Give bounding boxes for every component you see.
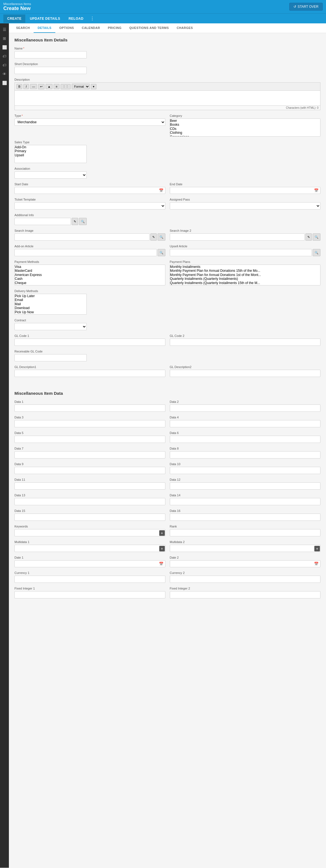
keywords-add-button[interactable]: +	[159, 530, 165, 536]
multidata2-add-button[interactable]: +	[314, 546, 320, 551]
data4-input[interactable]	[170, 420, 321, 427]
sidebar-icon-tag1[interactable]: 🏷	[0, 52, 9, 60]
update-details-button[interactable]: UPDATE DETAILS	[26, 14, 64, 23]
upsell-article-search-icon[interactable]: 🔍	[313, 249, 320, 256]
tab-calendar[interactable]: CALENDAR	[78, 23, 104, 33]
association-select[interactable]	[14, 172, 87, 179]
currency1-input[interactable]	[14, 576, 165, 583]
data4-label: Data 4	[170, 416, 321, 419]
date2-input[interactable]	[170, 561, 313, 567]
assigned-pass-select[interactable]	[170, 202, 321, 210]
data10-input[interactable]	[170, 467, 321, 474]
keywords-input[interactable]	[14, 529, 165, 536]
date1-calendar-icon[interactable]: 📅	[157, 561, 165, 567]
payment-methods-listbox[interactable]: Visa MasterCard American Express Cash Ch…	[14, 265, 165, 285]
sidebar-icon-grid[interactable]: ⊞	[0, 34, 9, 42]
gl-code2-input[interactable]	[170, 339, 321, 346]
end-date-calendar-icon[interactable]: 📅	[313, 187, 320, 194]
end-date-input[interactable]	[170, 187, 313, 194]
addon-article-input[interactable]	[14, 249, 157, 256]
data1-input[interactable]	[14, 404, 165, 412]
data11-input[interactable]	[14, 483, 165, 490]
additional-info-input[interactable]	[14, 218, 71, 225]
name-input[interactable]	[14, 51, 87, 58]
description-editor[interactable]	[14, 90, 320, 106]
tab-charges[interactable]: CHARGES	[173, 23, 197, 33]
gl-code1-input[interactable]	[14, 339, 165, 346]
date1-input[interactable]	[15, 561, 157, 567]
receivable-gl-input[interactable]	[14, 354, 87, 362]
start-date-wrapper: 📅	[14, 187, 165, 194]
editor-undo[interactable]: ↩	[38, 84, 44, 89]
sidebar-icon-menu[interactable]: ☰	[0, 26, 9, 33]
contract-select[interactable]	[14, 323, 87, 330]
editor-format[interactable]: Format	[72, 84, 90, 89]
data3-input[interactable]	[14, 420, 165, 427]
data5-input[interactable]	[14, 436, 165, 443]
payment-plans-listbox[interactable]: Monthly Installments Monthly Payment Pla…	[170, 265, 321, 285]
tab-options[interactable]: OPTIONS	[55, 23, 78, 33]
reload-button[interactable]: RELOAD	[65, 14, 88, 23]
delivery-methods-listbox[interactable]: Pick Up Later Email Mail Download Pick U…	[14, 294, 87, 315]
delivery-methods-label: Delivery Methods	[14, 289, 320, 293]
category-listbox[interactable]: Beer Books CDs Clothing Concessions	[170, 119, 321, 136]
sidebar-icon-tag2[interactable]: 🏷	[0, 61, 9, 69]
currency2-label: Currency 2	[170, 571, 321, 575]
data9-input[interactable]	[14, 467, 165, 474]
additional-info-edit-icon[interactable]: ✎	[72, 218, 78, 225]
gl-desc1-input[interactable]	[14, 370, 165, 377]
fixed-int1-input[interactable]	[14, 591, 165, 598]
search-image-search-icon[interactable]: 🔍	[158, 234, 165, 241]
tab-search[interactable]: SEARCH	[12, 23, 34, 33]
sidebar-icon-eye[interactable]: 👁	[0, 70, 9, 78]
sidebar-icon-items[interactable]: ⬜	[0, 43, 9, 51]
data2-input[interactable]	[170, 404, 321, 412]
sidebar-icon-box[interactable]: ⬜	[0, 79, 9, 87]
editor-italic[interactable]: I	[23, 84, 29, 89]
addon-article-search-icon[interactable]: 🔍	[158, 249, 165, 256]
data16-input[interactable]	[170, 514, 321, 521]
editor-hr[interactable]: —	[30, 84, 37, 89]
data12-input[interactable]	[170, 483, 321, 490]
upsell-article-input[interactable]	[170, 249, 312, 256]
multidata1-input[interactable]	[14, 545, 165, 552]
fixed-int2-input[interactable]	[170, 591, 321, 598]
multidata1-add-button[interactable]: +	[159, 546, 165, 551]
currency2-input[interactable]	[170, 576, 321, 583]
editor-table[interactable]: ⋮⋮	[61, 84, 71, 89]
date2-calendar-icon[interactable]: 📅	[313, 561, 320, 567]
start-over-button[interactable]: ↺ START OVER	[289, 3, 323, 10]
tab-questions-terms[interactable]: QUESTIONS AND TERMS	[125, 23, 172, 33]
start-date-input[interactable]	[15, 187, 157, 194]
sales-type-listbox[interactable]: Add-On Primary Upsell	[14, 145, 87, 163]
search-image2-input[interactable]	[170, 234, 305, 241]
data8-input[interactable]	[170, 451, 321, 459]
short-desc-input[interactable]	[14, 67, 87, 74]
search-image2-search-icon[interactable]: 🔍	[313, 234, 320, 241]
editor-image[interactable]: ▲	[45, 84, 53, 89]
editor-more[interactable]: ▾	[91, 84, 96, 89]
search-image2-edit-icon[interactable]: ✎	[305, 234, 312, 241]
editor-list[interactable]: ≡	[54, 84, 59, 89]
tab-pricing[interactable]: PRICING	[104, 23, 125, 33]
multidata2-input[interactable]	[170, 545, 321, 552]
editor-bold[interactable]: B	[17, 84, 22, 89]
start-date-calendar-icon[interactable]: 📅	[157, 187, 165, 194]
date2-label: Date 2	[170, 556, 321, 559]
search-image-edit-icon[interactable]: ✎	[150, 234, 157, 241]
data6-input[interactable]	[170, 436, 321, 443]
create-button[interactable]: CREATE	[3, 14, 25, 23]
gl-desc2-input[interactable]	[170, 370, 321, 377]
rank-input[interactable]	[170, 529, 321, 536]
additional-info-search-icon[interactable]: 🔍	[79, 218, 87, 225]
type-select[interactable]: Merchandise	[14, 119, 165, 126]
data14-input[interactable]	[170, 498, 321, 505]
data15-input[interactable]	[14, 514, 165, 521]
ticket-template-select[interactable]	[14, 202, 165, 210]
more-options-button[interactable]: ⋮	[88, 13, 97, 23]
tab-details[interactable]: DETAILS	[34, 23, 55, 33]
data7-input[interactable]	[14, 451, 165, 459]
data5-label: Data 5	[14, 431, 165, 435]
data13-input[interactable]	[14, 498, 165, 505]
search-image-input[interactable]	[14, 234, 150, 241]
